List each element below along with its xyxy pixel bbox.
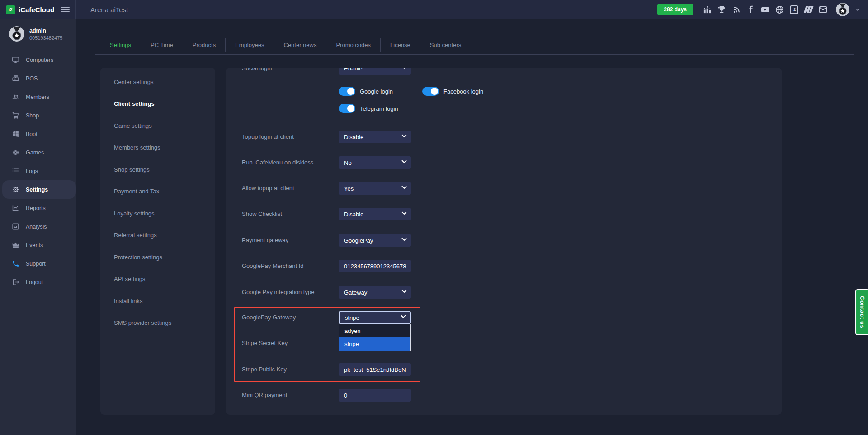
telegram-login-toggle[interactable]: [339, 104, 355, 113]
tabs-bar: Settings PC Time Products Employees Cent…: [95, 36, 854, 55]
menu-item-protection-settings[interactable]: Protection settings: [100, 246, 215, 268]
logout-icon: [12, 278, 19, 286]
form-row-mini-qr: Mini QR payment: [226, 389, 782, 402]
cash-register-icon: [12, 75, 19, 82]
chevron-down-icon: [401, 160, 407, 163]
gateway-option-stripe[interactable]: stripe: [339, 337, 410, 351]
sidebar-item-logs[interactable]: Logs: [0, 162, 76, 180]
menu-item-payment-and-tax[interactable]: Payment and Tax: [100, 181, 215, 203]
menu-item-center-settings[interactable]: Center settings: [100, 71, 215, 93]
gamepad-icon: [12, 149, 19, 156]
form-row-allow-topup: Allow topup at client Yes: [226, 182, 782, 195]
sidebar-item-support[interactable]: Support: [0, 254, 76, 273]
icafemenu-diskless-select[interactable]: No: [339, 156, 411, 169]
client-settings-form: Social login Enable Google login Faceboo…: [226, 68, 782, 415]
tab-pc-time[interactable]: PC Time: [141, 38, 183, 52]
tab-center-news[interactable]: Center news: [274, 38, 326, 52]
cart-icon: [12, 112, 19, 119]
form-row-integration-type: Google Pay integration type Gateway: [226, 286, 782, 299]
tab-sub-centers[interactable]: Sub centers: [420, 38, 471, 52]
form-row-stripe-secret-key: Stripe Secret Key: [226, 337, 782, 350]
tab-license[interactable]: License: [381, 38, 420, 52]
icafecloud-box-icon[interactable]: i2: [790, 5, 798, 14]
youtube-icon[interactable]: [761, 5, 769, 14]
facebook-login-toggle[interactable]: [422, 87, 439, 96]
topup-login-select[interactable]: Disable: [339, 131, 411, 143]
allow-topup-select[interactable]: Yes: [339, 182, 411, 195]
chevron-down-icon: [401, 68, 407, 69]
layers-icon[interactable]: [803, 5, 814, 14]
form-row-icafemenu-diskless: Run iCafeMenu on diskless No: [226, 156, 782, 169]
stripe-public-key-input[interactable]: [339, 363, 411, 376]
user-id: 005193482475: [29, 35, 62, 41]
menu-item-sms-provider-settings[interactable]: SMS provider settings: [100, 312, 215, 334]
googlepay-gateway-select[interactable]: stripe: [339, 311, 411, 324]
sidebar-item-members[interactable]: Members: [0, 88, 76, 106]
tab-settings[interactable]: Settings: [100, 38, 141, 52]
menu-item-install-links[interactable]: Install links: [100, 290, 215, 312]
icafecloud-logo-icon[interactable]: i2: [6, 5, 15, 14]
sidebar-item-analysis[interactable]: Analysis: [0, 217, 76, 236]
list-icon: [12, 167, 19, 175]
line-chart-icon: [12, 204, 19, 212]
menu-item-game-settings[interactable]: Game settings: [100, 115, 215, 137]
sidebar-item-settings[interactable]: Settings: [2, 180, 76, 199]
brand-name: iCafeCloud: [19, 6, 54, 14]
form-row-topup-login: Topup login at client Disable: [226, 131, 782, 143]
integration-type-select[interactable]: Gateway: [339, 286, 411, 299]
phone-icon: [12, 260, 19, 267]
main-content: Settings PC Time Products Employees Cent…: [76, 19, 868, 435]
license-days-badge[interactable]: 282 days: [657, 4, 693, 15]
area-chart-icon: [12, 223, 19, 230]
rss-icon[interactable]: [732, 5, 741, 14]
sidebar-item-games[interactable]: Games: [0, 143, 76, 162]
tab-employees[interactable]: Employees: [226, 38, 274, 52]
topbar-right: 282 days i2: [657, 3, 868, 16]
user-block[interactable]: admin 005193482475: [0, 19, 76, 45]
sidebar-item-logout[interactable]: Logout: [0, 273, 76, 291]
show-checklist-select[interactable]: Disable: [339, 208, 411, 220]
chevron-down-icon[interactable]: [855, 8, 860, 11]
menu-item-client-settings[interactable]: Client settings: [100, 93, 215, 115]
globe-icon[interactable]: [775, 5, 784, 14]
topbar: i2 iCafeCloud Arena aiTest 282 days i2: [0, 0, 868, 19]
ranking-icon[interactable]: [703, 5, 712, 14]
menu-item-referral-settings[interactable]: Referral settings: [100, 225, 215, 247]
social-login-select[interactable]: Enable: [339, 68, 411, 75]
contact-us-button[interactable]: Contact us: [855, 289, 868, 335]
hamburger-icon[interactable]: [61, 5, 70, 14]
monitor-icon: [12, 56, 19, 64]
facebook-icon[interactable]: [746, 5, 755, 14]
windows-icon: [12, 130, 19, 138]
tab-promo-codes[interactable]: Promo codes: [326, 38, 381, 52]
mini-qr-input[interactable]: [339, 389, 411, 402]
sidebar-item-computers[interactable]: Computers: [0, 51, 76, 69]
menu-item-api-settings[interactable]: API settings: [100, 268, 215, 290]
form-row-payment-gateway: Payment gateway GooglePay: [226, 234, 782, 247]
menu-item-members-settings[interactable]: Members settings: [100, 137, 215, 159]
telegram-login-toggle-row: Telegram login: [339, 104, 398, 113]
trophy-icon[interactable]: [717, 5, 726, 14]
sidebar-item-events[interactable]: Events: [0, 236, 76, 254]
sidebar-item-reports[interactable]: Reports: [0, 199, 76, 217]
mail-icon[interactable]: [819, 5, 827, 14]
people-icon: [12, 93, 19, 101]
google-login-toggle[interactable]: [339, 87, 355, 96]
merchant-id-input[interactable]: [339, 260, 411, 272]
user-avatar[interactable]: [836, 3, 849, 16]
form-row-social-login: Social login Enable: [226, 68, 782, 75]
sidebar-item-pos[interactable]: POS: [0, 69, 76, 88]
sidebar-item-shop[interactable]: Shop: [0, 106, 76, 125]
tab-products[interactable]: Products: [183, 38, 226, 52]
form-row-merchant-id: GooglePay Merchant Id: [226, 260, 782, 272]
menu-item-shop-settings[interactable]: Shop settings: [100, 159, 215, 181]
user-avatar: [9, 26, 24, 42]
google-login-toggle-row: Google login: [339, 87, 393, 96]
sidebar: admin 005193482475 Computers POS Members…: [0, 19, 76, 435]
menu-item-loyalty-settings[interactable]: Loyalty settings: [100, 202, 215, 225]
gateway-option-adyen[interactable]: adyen: [339, 324, 410, 337]
payment-gateway-select[interactable]: GooglePay: [339, 234, 411, 247]
sidebar-item-boot[interactable]: Boot: [0, 125, 76, 143]
gear-icon: [12, 186, 19, 193]
form-row-show-checklist: Show Checklist Disable: [226, 208, 782, 220]
